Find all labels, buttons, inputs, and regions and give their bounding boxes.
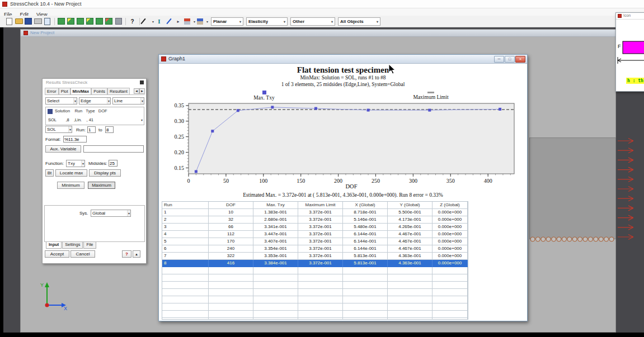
run-to-input[interactable]: [105, 126, 114, 133]
copy-icon[interactable]: [43, 17, 52, 26]
text-cursor-icon[interactable]: I: [154, 17, 164, 26]
results-tab-error[interactable]: Error: [45, 88, 59, 94]
import-model-icon[interactable]: [76, 17, 85, 26]
maximize-icon[interactable]: □: [505, 56, 515, 63]
app-title-bar[interactable]: StressCheck 10.4 - New Project: [0, 0, 644, 8]
stresscheck-icon: [618, 14, 622, 18]
minimum-button[interactable]: Minimum: [57, 182, 84, 189]
bottom-tab-file[interactable]: File: [83, 242, 96, 249]
column-header: Max. Txy: [253, 202, 298, 209]
left-edge: [0, 27, 3, 333]
run-from-input[interactable]: [87, 126, 96, 133]
function-combo[interactable]: Txy▾: [66, 160, 85, 167]
table-row[interactable]: 62403.354e-0013.372e-0016.144e-0014.467e…: [162, 245, 468, 253]
solution-list-row[interactable]: SOL ,8 ,Lin. , 41: [48, 117, 93, 122]
solution-combo[interactable]: SOL▾: [45, 126, 72, 133]
locate-max-button[interactable]: Locate max: [55, 169, 87, 177]
format-input[interactable]: [63, 136, 87, 143]
icon-window-title-bar[interactable]: Icon: [616, 13, 644, 20]
app-title: StressCheck 10.4 - New Project: [10, 1, 82, 7]
table-cell: 4.467e-001: [388, 231, 433, 238]
table-row[interactable]: 51703.407e-0013.372e-0016.144e-0014.467e…: [162, 238, 468, 245]
cancel-button[interactable]: Cancel: [70, 250, 95, 258]
table-cell: 5.813e-001: [343, 260, 388, 267]
solution-list[interactable]: Solution Run Type DOF SOL ,8 ,Lin. , 41 …: [45, 107, 144, 125]
accept-button[interactable]: Accept: [45, 250, 69, 258]
print-icon[interactable]: [33, 17, 43, 26]
model-check-icon[interactable]: [104, 17, 114, 26]
aux-variable-button[interactable]: Aux. Variable: [45, 145, 81, 153]
table-row[interactable]: 1101.383e-0013.372e-0018.718e-0015.500e-…: [162, 209, 468, 216]
help-icon[interactable]: ?: [128, 17, 137, 26]
bottom-tab-settings[interactable]: Settings: [62, 242, 83, 249]
table-cell: [433, 289, 468, 296]
save-icon[interactable]: [23, 17, 33, 26]
open-file-icon[interactable]: [14, 17, 23, 26]
toolbar-combo-planar[interactable]: Planar▾: [211, 17, 243, 26]
table-row[interactable]: 41123.447e-0013.372e-0016.144e-0014.467e…: [162, 231, 468, 238]
tab-scroll-right-icon[interactable]: ►: [139, 88, 145, 94]
dropdown-arrow-icon[interactable]: ▾: [152, 20, 154, 23]
table-row[interactable]: 84163.384e-0013.372e-0015.813e-0014.363e…: [162, 260, 468, 267]
dialog-title[interactable]: Results StressCheck: [46, 80, 87, 85]
results-tab-points[interactable]: Points: [91, 88, 107, 94]
bottom-tabs: InputSettingsFile: [46, 242, 97, 249]
midsides-input[interactable]: [109, 160, 117, 167]
open-database-icon[interactable]: [57, 17, 66, 26]
table-row[interactable]: 3663.341e-0013.372e-0015.480e-0014.265e-…: [162, 224, 468, 231]
table-cell: [253, 311, 298, 318]
dropdown-arrow-icon[interactable]: ▾: [206, 20, 208, 23]
table-cell: [343, 318, 388, 320]
close-icon[interactable]: ×: [515, 56, 525, 63]
notes-icon[interactable]: [114, 17, 123, 26]
convergence-chart: 0.150.200.250.300.3505010015020025030035…: [165, 101, 523, 189]
combo-arrow-icon: ▾: [81, 160, 84, 167]
fill-color-icon[interactable]: ▾: [196, 17, 209, 26]
solution-list-header: Solution Run Type DOF: [55, 108, 107, 113]
export-model-icon[interactable]: [85, 17, 95, 26]
table-cell: [433, 311, 468, 318]
tab-scroll-left-icon[interactable]: ◄: [134, 88, 139, 94]
update-model-icon[interactable]: [95, 17, 104, 26]
results-tab-plot[interactable]: Plot: [59, 88, 70, 94]
edit-pencil-icon[interactable]: [164, 17, 173, 26]
aux-variable-input[interactable]: [83, 145, 144, 153]
table-row[interactable]: 73223.353e-0013.372e-0015.813e-0014.363e…: [162, 253, 468, 260]
toolbar-combo-other[interactable]: Other▾: [290, 17, 335, 26]
table-cell: 3.384e-001: [253, 260, 298, 267]
dialog-pin-icon[interactable]: [140, 80, 144, 84]
stresscheck-app-icon: [2, 2, 7, 7]
toolbar-combo-elasticity[interactable]: Elasticity▾: [246, 17, 288, 26]
minimize-icon[interactable]: ─: [494, 56, 504, 63]
edge-combo[interactable]: Edge▾: [79, 97, 111, 105]
bottom-tab-input[interactable]: Input: [46, 242, 62, 249]
icon-window-title: Icon: [623, 13, 631, 17]
save-database-icon[interactable]: [66, 17, 76, 26]
workspace-caption[interactable]: New Project: [21, 30, 615, 37]
svg-text:0.25: 0.25: [175, 134, 185, 140]
maximum-button[interactable]: Maximum: [88, 182, 115, 189]
combo-arrow-icon[interactable]: ▾: [141, 118, 143, 122]
graph-window: Graph1 ─ □ × Flat tension test specimen …: [158, 54, 528, 321]
play-icon[interactable]: ▸: [173, 17, 183, 26]
toolbar-combo-all-objects[interactable]: All Objects▾: [338, 17, 380, 26]
combo-value: Planar: [213, 19, 227, 24]
collapse-button[interactable]: ▲: [133, 250, 140, 258]
table-cell: [162, 311, 209, 318]
new-file-icon[interactable]: [4, 17, 14, 26]
results-tab-min-max[interactable]: Min/Max: [70, 88, 92, 94]
table-cell: 7: [162, 253, 209, 260]
line-combo[interactable]: Line▾: [112, 97, 144, 105]
legend-series: Max. Txy: [239, 91, 289, 101]
dropdown-arrow-icon[interactable]: ▾: [194, 20, 195, 23]
help-button[interactable]: ?: [122, 250, 131, 258]
table-row[interactable]: 2322.680e-0013.372e-0015.146e-0014.173e-…: [162, 216, 468, 224]
results-tab-resultant[interactable]: Resultant: [107, 88, 130, 94]
select-combo[interactable]: Select▾: [45, 97, 77, 105]
format-paint-icon[interactable]: ▾: [183, 17, 196, 26]
display-pts-button[interactable]: Display pts: [89, 169, 121, 177]
bt-button[interactable]: Bt: [45, 169, 54, 177]
sys-combo[interactable]: Global▾: [91, 210, 131, 217]
draw-pen-icon[interactable]: ▾: [142, 17, 154, 26]
graph-title-bar[interactable]: Graph1 ─ □ ×: [159, 55, 527, 64]
